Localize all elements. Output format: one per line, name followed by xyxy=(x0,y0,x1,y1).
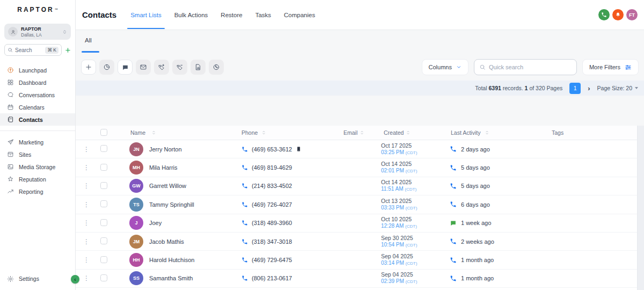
column-header-last-activity[interactable]: Last Activity xyxy=(451,129,480,136)
phone-number[interactable]: (214) 833-4502 xyxy=(252,183,292,189)
row-menu-icon[interactable]: ⋮ xyxy=(83,219,90,227)
tab-companies[interactable]: Companies xyxy=(284,0,315,30)
smart-list-tabs: All xyxy=(76,30,644,54)
column-header-email[interactable]: Email xyxy=(343,129,357,136)
scrollbar-gutter[interactable] xyxy=(637,126,644,290)
column-header-tags[interactable]: Tags xyxy=(552,129,564,136)
sidebar-item-conversations[interactable]: Conversations xyxy=(0,89,75,101)
table-row[interactable]: ⋮ GW Garrett Willow (214) 833-4502 Oct 1… xyxy=(76,177,644,195)
email-button[interactable] xyxy=(136,60,151,75)
phone-number[interactable]: (318) 489-3960 xyxy=(252,220,292,226)
phone-cell: (806) 213-0617 xyxy=(235,275,334,281)
phone-number[interactable]: (469) 653-3612 xyxy=(252,146,292,153)
row-checkbox[interactable] xyxy=(100,256,107,263)
row-checkbox[interactable] xyxy=(100,237,107,244)
quick-add-icon[interactable] xyxy=(65,47,71,53)
sidebar-divider xyxy=(0,130,75,131)
row-checkbox[interactable] xyxy=(100,200,107,207)
select-all-checkbox[interactable] xyxy=(100,129,107,136)
contact-name-link[interactable]: Harold Hutchison xyxy=(149,257,194,263)
row-checkbox[interactable] xyxy=(100,182,107,189)
row-checkbox[interactable] xyxy=(100,219,107,226)
contact-name-link[interactable]: Joey xyxy=(149,220,162,226)
row-menu-icon[interactable]: ⋮ xyxy=(83,274,90,282)
column-header-created[interactable]: Created xyxy=(384,129,404,136)
columns-dropdown[interactable]: Columns xyxy=(422,59,469,75)
sidebar-search-input[interactable]: Search ⌘ K xyxy=(4,44,62,56)
tab-restore[interactable]: Restore xyxy=(221,0,242,30)
remove-tag-button[interactable] xyxy=(172,60,187,75)
page-1-button[interactable]: 1 xyxy=(569,83,581,94)
last-activity-text: 1 month ago xyxy=(461,275,494,281)
sidebar-collapse-button[interactable]: ‹ xyxy=(71,275,79,284)
row-menu-icon[interactable]: ⋮ xyxy=(83,256,90,264)
tab-all[interactable]: All xyxy=(85,37,92,44)
phone-icon[interactable] xyxy=(598,9,610,20)
row-menu-icon[interactable]: ⋮ xyxy=(83,182,90,190)
contact-name-link[interactable]: Tammy Springhill xyxy=(149,201,194,208)
pie-chart-button[interactable] xyxy=(99,60,114,75)
sidebar-item-contacts[interactable]: Contacts xyxy=(0,113,75,126)
account-switcher[interactable]: RAPTOR Dallas, LA xyxy=(4,24,71,40)
table-row[interactable]: ⋮ HH Harold Hutchison (469) 729-6475 Sep… xyxy=(76,251,644,269)
avatar: JM xyxy=(129,235,143,249)
phone-number[interactable]: (318) 347-3018 xyxy=(252,238,292,245)
table-row[interactable]: ⋮ SS Samantha Smith (806) 213-0617 Sep 0… xyxy=(76,270,644,288)
call-icon xyxy=(241,257,248,263)
export-button[interactable] xyxy=(191,60,206,75)
row-menu-icon[interactable]: ⋮ xyxy=(83,146,90,153)
phone-number[interactable]: (469) 819-4629 xyxy=(252,164,292,171)
sidebar-item-reputation[interactable]: Reputation xyxy=(0,173,75,185)
tab-smart-lists[interactable]: Smart Lists xyxy=(130,0,162,30)
table-row[interactable]: ⋮ JM Jacob Mathis (318) 347-3018 Sep 30 … xyxy=(76,233,644,251)
sms-button[interactable] xyxy=(118,60,133,75)
sidebar-item-dashboard[interactable]: Dashboard xyxy=(0,76,75,89)
sort-icon xyxy=(151,129,156,136)
add-contact-button[interactable] xyxy=(81,60,96,75)
contact-name-link[interactable]: Samantha Smith xyxy=(149,275,193,281)
row-checkbox[interactable] xyxy=(100,145,107,152)
row-checkbox[interactable] xyxy=(100,164,107,171)
notification-bell-icon[interactable] xyxy=(612,9,624,20)
table-row[interactable]: ⋮ JN Jerry Norton (469) 653-3612 Oct 17 … xyxy=(76,140,644,158)
avatar: TS xyxy=(129,198,143,212)
next-page-icon[interactable]: › xyxy=(588,85,590,92)
created-cell: Oct 14 2025 11:51 AM (CDT) xyxy=(375,179,444,193)
tab-tasks[interactable]: Tasks xyxy=(255,0,271,30)
more-filters-button[interactable]: More Filters xyxy=(582,59,639,75)
table-row[interactable]: ⋮ TS Tammy Springhill (469) 726-4027 Oct… xyxy=(76,195,644,214)
sidebar-item-media-storage[interactable]: Media Storage xyxy=(0,161,75,173)
phone-number[interactable]: (469) 729-6475 xyxy=(252,257,292,263)
quick-search-box[interactable] xyxy=(474,59,577,75)
row-checkbox[interactable] xyxy=(100,274,107,281)
phone-number[interactable]: (806) 213-0617 xyxy=(252,275,292,281)
column-header-name[interactable]: Name xyxy=(130,129,145,136)
last-activity-cell: 2 days ago xyxy=(444,146,541,153)
contact-name-link[interactable]: Jacob Mathis xyxy=(149,238,184,245)
sidebar-nav: Launchpad Dashboard Conversations Calend… xyxy=(0,64,75,198)
last-activity-text: 2 days ago xyxy=(461,146,490,153)
add-tag-button[interactable] xyxy=(154,60,169,75)
row-menu-icon[interactable]: ⋮ xyxy=(83,201,90,208)
page-size-dropdown[interactable]: Page Size: 20 xyxy=(597,85,638,91)
contact-name-link[interactable]: Jerry Norton xyxy=(149,146,182,153)
phone-number[interactable]: (469) 726-4027 xyxy=(252,201,292,208)
column-header-phone[interactable]: Phone xyxy=(241,129,258,136)
table-row[interactable]: ⋮ EM Emily Mathews (469) 232-5940 Sep 04… xyxy=(76,288,644,290)
sidebar-item-launchpad[interactable]: Launchpad xyxy=(0,64,75,76)
contact-name-link[interactable]: Garrett Willow xyxy=(149,183,186,189)
sidebar-item-calendars[interactable]: Calendars xyxy=(0,101,75,113)
contact-name-link[interactable]: Mila Harris xyxy=(149,164,178,171)
sidebar-item-reporting[interactable]: Reporting xyxy=(0,185,75,198)
user-avatar[interactable]: FT xyxy=(626,9,638,20)
sidebar-item-marketing[interactable]: Marketing xyxy=(0,136,75,148)
whatsapp-button[interactable] xyxy=(209,60,224,75)
table-row[interactable]: ⋮ J Joey (318) 489-3960 Oct 10 2025 12:2… xyxy=(76,214,644,233)
row-menu-icon[interactable]: ⋮ xyxy=(83,164,90,171)
row-menu-icon[interactable]: ⋮ xyxy=(83,238,90,245)
sidebar-item-settings[interactable]: Settings xyxy=(0,272,75,285)
sidebar-item-sites[interactable]: Sites xyxy=(0,148,75,161)
quick-search-input[interactable] xyxy=(489,64,572,70)
table-row[interactable]: ⋮ MH Mila Harris (469) 819-4629 Oct 14 2… xyxy=(76,158,644,177)
tab-bulk-actions[interactable]: Bulk Actions xyxy=(174,0,208,30)
